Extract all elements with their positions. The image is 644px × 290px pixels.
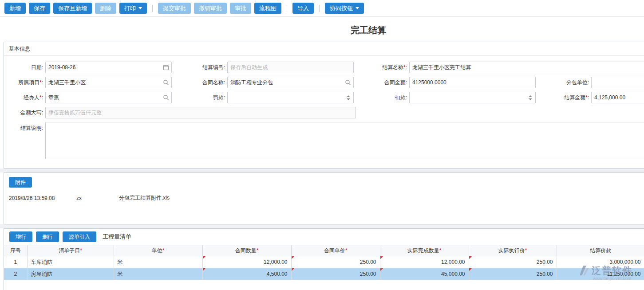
cell-actual-qty[interactable]: 45,000.00 — [380, 268, 469, 280]
edited-cell-marker — [292, 268, 294, 271]
contract-name-field[interactable] — [227, 77, 354, 88]
table-header-row: 序号 清单子目* 单位* 合同数量* 合同单价* 实际完成数量* 实际执行价* … — [4, 245, 644, 256]
contract-amount-input[interactable] — [410, 77, 535, 88]
settlement-amount-field[interactable] — [591, 92, 644, 103]
col-header-item[interactable]: 清单子目* — [27, 245, 114, 256]
deduction-label: 扣款: — [354, 94, 409, 102]
cell-contract-price[interactable]: 250.00 — [291, 268, 380, 280]
search-icon[interactable] — [161, 94, 171, 101]
print-button[interactable]: 打印 — [119, 3, 147, 14]
cancel-approval-button[interactable]: 撤销审批 — [194, 3, 227, 14]
settlement-no-label: 结算编号: — [172, 64, 227, 71]
col-header-contract-price[interactable]: 合同单价* — [291, 245, 380, 256]
edited-cell-marker — [380, 256, 383, 259]
stepper-down-icon[interactable] — [347, 98, 350, 100]
subcontractor-field[interactable] — [591, 77, 644, 88]
contract-amount-field[interactable] — [409, 77, 536, 88]
handler-input[interactable] — [46, 92, 161, 103]
contract-amount-label: 合同金额: — [354, 79, 409, 86]
cell-contract-qty[interactable]: 12,000.00 — [202, 256, 291, 268]
col-header-actual-price[interactable]: 实际执行价* — [469, 245, 557, 256]
stepper-up-icon[interactable] — [347, 95, 350, 97]
handler-field[interactable] — [45, 92, 172, 103]
form-row: 所属项目*: 合同名称: 合同金额: — [4, 77, 644, 88]
source-import-button[interactable]: 源单引入 — [63, 231, 96, 242]
attachments-button[interactable]: 附件 — [9, 177, 32, 188]
settlement-note-textarea[interactable] — [45, 122, 644, 159]
contract-name-label: 合同名称: — [172, 79, 227, 86]
cell-settlement[interactable]: 11,250,000.00 — [557, 268, 644, 280]
table-row[interactable]: 2 房屋消防 米 4,500.00 250.00 45,000.00 250.0… — [4, 268, 644, 280]
required-asterisk: * — [80, 247, 82, 254]
attachment-item[interactable]: 2019/8/26 13:59:08 zx 分包完工结算附件.xls — [9, 194, 644, 202]
settlement-amount-label: 结算金额*: — [536, 94, 591, 102]
new-button[interactable]: 新增 — [4, 3, 26, 14]
collaboration-button[interactable]: 协同按钮 — [325, 3, 364, 14]
edited-cell-marker — [292, 256, 294, 259]
settlement-name-input[interactable] — [410, 62, 644, 73]
amount-in-words-input — [46, 107, 356, 118]
cell-no[interactable]: 1 — [4, 256, 27, 268]
penalty-input[interactable] — [228, 92, 344, 103]
settlement-name-field[interactable] — [409, 62, 644, 73]
deduction-field[interactable] — [409, 92, 536, 103]
delete-button[interactable]: 删除 — [95, 3, 116, 14]
settlement-name-label: 结算名称*: — [354, 64, 409, 71]
import-button[interactable]: 导入 — [292, 3, 314, 14]
approve-button[interactable]: 审批 — [230, 3, 251, 14]
col-header-actual-qty[interactable]: 实际完成数量* — [380, 245, 469, 256]
table-row[interactable]: 1 车库消防 米 12,000.00 250.00 12,000.00 250.… — [4, 256, 644, 268]
edited-cell-marker — [203, 268, 205, 271]
cell-contract-price[interactable]: 250.00 — [291, 256, 380, 268]
cell-item[interactable]: 车库消防 — [27, 256, 114, 268]
cell-unit[interactable]: 米 — [114, 268, 202, 280]
required-asterisk: * — [345, 247, 348, 254]
cell-no[interactable]: 2 — [4, 268, 27, 280]
date-field[interactable] — [45, 62, 172, 73]
calendar-icon[interactable] — [161, 64, 171, 71]
col-header-unit[interactable]: 单位* — [114, 245, 202, 256]
caret-down-icon — [138, 7, 142, 9]
attachment-time: 2019/8/26 13:59:08 — [9, 195, 76, 201]
flowchart-button[interactable]: 流程图 — [254, 3, 281, 14]
search-icon[interactable] — [161, 79, 171, 86]
penalty-field[interactable] — [227, 92, 354, 103]
cell-actual-qty[interactable]: 12,000.00 — [380, 256, 469, 268]
save-button[interactable]: 保存 — [29, 3, 50, 14]
edited-cell-marker — [469, 268, 472, 271]
search-icon[interactable] — [343, 79, 353, 86]
title-bar: 完工结算 — [0, 17, 644, 42]
col-header-no[interactable]: 序号 — [4, 245, 27, 256]
attachment-filename[interactable]: 分包完工结算附件.xls — [119, 194, 170, 202]
project-input[interactable] — [46, 77, 161, 88]
submit-approval-button[interactable]: 提交审批 — [158, 3, 191, 14]
col-header-settlement[interactable]: 结算价款 — [557, 245, 644, 256]
form-row: 结算说明: — [4, 122, 644, 159]
stepper-down-icon[interactable] — [529, 98, 532, 100]
detail-grid-title: 工程量清单 — [103, 233, 131, 241]
subcontractor-input[interactable] — [592, 77, 644, 88]
save-and-new-button[interactable]: 保存且新增 — [53, 3, 92, 14]
cell-settlement[interactable]: 3,000,000.00 — [557, 256, 644, 268]
settlement-amount-input[interactable] — [592, 92, 644, 103]
delete-row-button[interactable]: 删行 — [36, 231, 59, 242]
col-header-contract-qty[interactable]: 合同数量* — [202, 245, 291, 256]
contract-name-input[interactable] — [228, 77, 343, 88]
cell-unit[interactable]: 米 — [114, 256, 202, 268]
project-field[interactable] — [45, 77, 172, 88]
form-row: 经办人*: 罚款: 扣款: 结算金额*: — [4, 92, 644, 103]
basic-info-panel: 基本信息 日期: 结算编号: 结算名称*: — [4, 42, 644, 169]
add-row-button[interactable]: 增行 — [9, 231, 32, 242]
edited-cell-marker — [203, 256, 205, 259]
cell-actual-price[interactable]: 250.00 — [469, 268, 557, 280]
stepper-up-icon[interactable] — [529, 95, 532, 97]
cell-item[interactable]: 房屋消防 — [27, 268, 114, 280]
cell-contract-qty[interactable]: 4,500.00 — [202, 268, 291, 280]
number-stepper[interactable] — [526, 95, 534, 100]
deduction-input[interactable] — [410, 92, 526, 103]
required-asterisk: * — [525, 247, 527, 254]
basic-info-form: 日期: 结算编号: 结算名称*: 所属项目*: — [4, 56, 644, 168]
cell-actual-price[interactable]: 250.00 — [469, 256, 557, 268]
date-input[interactable] — [46, 62, 161, 73]
number-stepper[interactable] — [344, 95, 352, 100]
